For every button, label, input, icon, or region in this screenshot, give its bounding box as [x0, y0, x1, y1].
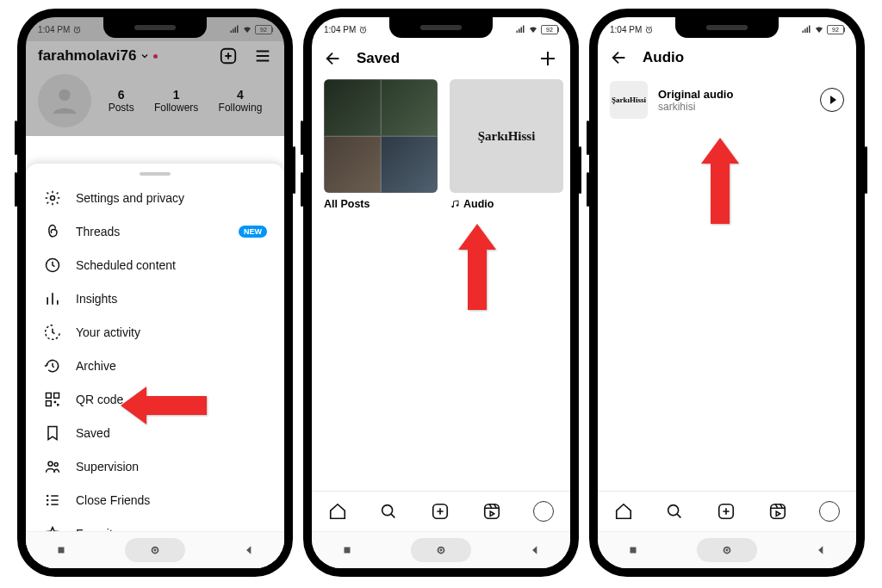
avatar-icon — [533, 501, 554, 522]
nav-reels[interactable] — [482, 502, 501, 521]
nav-reels[interactable] — [768, 502, 787, 521]
username-dropdown[interactable]: farahmolavi76 — [38, 47, 158, 65]
nav-recent-icon[interactable] — [55, 544, 67, 556]
drag-handle[interactable] — [140, 172, 171, 176]
star-icon — [43, 525, 62, 532]
stat-followers[interactable]: 1Followers — [154, 88, 198, 114]
stat-following[interactable]: 4Following — [219, 88, 263, 114]
menu-label: Your activity — [76, 325, 140, 339]
audio-title: Original audio — [658, 88, 733, 101]
profile-avatar[interactable] — [38, 74, 91, 127]
svg-point-25 — [440, 549, 443, 552]
nav-recent-icon[interactable] — [627, 544, 639, 556]
signal-icon — [229, 24, 239, 34]
annotation-arrow-audio — [458, 224, 496, 310]
title-bar: Saved — [312, 41, 570, 76]
svg-point-11 — [47, 498, 49, 501]
menu-insights[interactable]: Insights — [26, 282, 284, 315]
phone-1: 1:04 PM 92 farahmolavi76 — [17, 9, 293, 577]
nav-search[interactable] — [665, 502, 684, 521]
nav-back-icon[interactable] — [243, 544, 255, 556]
nav-home-icon[interactable] — [697, 538, 757, 562]
back-button[interactable] — [324, 49, 343, 68]
wifi-icon — [242, 24, 252, 34]
menu-label: Supervision — [76, 460, 139, 473]
svg-point-16 — [154, 549, 157, 552]
create-button[interactable] — [219, 46, 238, 65]
play-button[interactable] — [820, 88, 844, 112]
page-title: Saved — [357, 50, 400, 67]
svg-rect-23 — [344, 548, 350, 554]
notification-dot-icon — [153, 54, 158, 59]
nav-search[interactable] — [379, 502, 398, 521]
svg-rect-30 — [630, 548, 636, 554]
menu-settings[interactable]: Settings and privacy — [26, 181, 284, 214]
nav-home[interactable] — [328, 502, 347, 521]
svg-point-10 — [47, 494, 49, 497]
nav-home-icon[interactable] — [411, 538, 471, 562]
svg-point-8 — [48, 461, 53, 466]
signal-icon — [515, 24, 525, 34]
menu-scheduled[interactable]: Scheduled content — [26, 248, 284, 282]
hamburger-menu-button[interactable] — [253, 46, 272, 65]
phone-notch — [103, 17, 207, 38]
instagram-nav-bar — [598, 491, 856, 531]
svg-point-32 — [726, 549, 729, 552]
menu-label: Archive — [76, 359, 116, 373]
history-icon — [43, 357, 62, 374]
battery-icon: 92 — [827, 25, 844, 34]
alarm-icon — [358, 25, 368, 34]
chevron-down-icon — [140, 51, 150, 61]
menu-label: Saved — [76, 426, 110, 440]
nav-create[interactable] — [431, 502, 450, 521]
stat-posts[interactable]: 6Posts — [109, 88, 134, 114]
svg-rect-7 — [47, 400, 52, 405]
android-nav-bar — [26, 531, 284, 568]
collection-thumbnail: ŞarkıHissi — [450, 79, 563, 193]
alarm-icon — [644, 25, 654, 34]
people-icon — [43, 458, 62, 475]
status-time: 1:04 PM — [38, 25, 70, 34]
back-button[interactable] — [610, 48, 629, 67]
alarm-icon — [72, 25, 82, 34]
nav-home[interactable] — [614, 502, 633, 521]
nav-profile[interactable] — [819, 501, 840, 522]
nav-back-icon[interactable] — [529, 544, 541, 556]
menu-archive[interactable]: Archive — [26, 349, 284, 382]
nav-create[interactable] — [717, 502, 736, 521]
phone-notch — [675, 17, 779, 38]
list-icon — [43, 492, 62, 509]
collection-all-posts[interactable]: All Posts — [324, 79, 438, 210]
gear-icon — [43, 189, 62, 207]
collections-grid: All Posts ŞarkıHissi Audio — [312, 76, 570, 214]
menu-supervision[interactable]: Supervision — [26, 449, 284, 483]
menu-label: QR code — [76, 393, 123, 406]
menu-favorites[interactable]: Favorites — [26, 517, 284, 531]
nav-profile[interactable] — [533, 501, 554, 522]
svg-point-12 — [47, 503, 49, 505]
status-time: 1:04 PM — [610, 25, 642, 34]
wifi-icon — [814, 24, 824, 34]
nav-back-icon[interactable] — [815, 544, 827, 556]
threads-icon — [43, 223, 62, 240]
android-nav-bar — [598, 531, 856, 568]
avatar-icon — [819, 501, 840, 522]
add-collection-button[interactable] — [537, 48, 558, 69]
page-title: Audio — [643, 49, 684, 66]
collection-audio[interactable]: ŞarkıHissi Audio — [450, 79, 563, 210]
nav-recent-icon[interactable] — [341, 544, 353, 556]
collection-label: Audio — [450, 198, 563, 210]
audio-track-row[interactable]: ŞarkıHissi Original audio sarkihisi — [598, 74, 856, 126]
menu-threads[interactable]: Threads NEW — [26, 214, 284, 248]
collection-thumbnails — [324, 79, 438, 193]
phone-3: 1:04 PM 92 Audio ŞarkıHissi Original aud… — [589, 9, 865, 577]
svg-rect-14 — [58, 548, 64, 554]
svg-point-3 — [51, 195, 55, 200]
menu-close-friends[interactable]: Close Friends — [26, 483, 284, 517]
nav-home-icon[interactable] — [125, 538, 185, 562]
menu-activity[interactable]: Your activity — [26, 315, 284, 349]
annotation-arrow-track — [701, 138, 739, 224]
svg-rect-29 — [770, 504, 785, 519]
battery-icon: 92 — [541, 25, 558, 34]
svg-point-19 — [457, 204, 459, 207]
